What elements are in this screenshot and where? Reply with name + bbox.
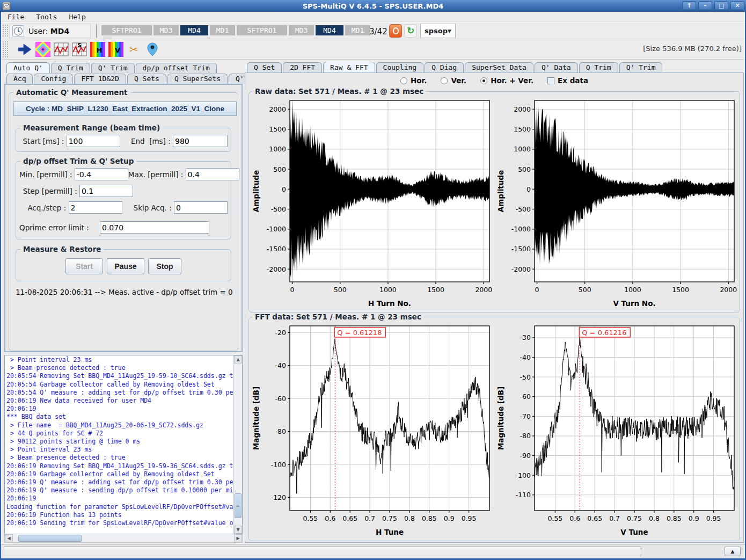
fft-h-plot[interactable]: Q = 0.612180.550.60.650.70.750.80.850.90… [250,321,495,540]
cycle-button-6-md4[interactable]: MD4 [316,25,343,35]
scroll-right-icon[interactable]: ▶ [234,534,242,542]
qprime-error-limit-input[interactable] [100,221,209,234]
console-horizontal-scrollbar[interactable]: ◀ ▶ [4,534,243,543]
auto-q-tab-content: Automatic Q' Measurement Cycle : MD_SHiP… [4,84,243,352]
tab-dp-p-offset-trim[interactable]: dp/p offset Trim [136,63,217,73]
h-spectrum-button[interactable]: H [89,41,106,57]
min-permill-input[interactable] [75,168,128,180]
restore-up-button[interactable]: ↑ [682,1,696,10]
tab-q-diag[interactable]: Q Diag [425,62,464,72]
radio-hor-[interactable]: Hor. [400,76,427,85]
tab-fft-1d-2d[interactable]: FFT 1D&2D [74,74,126,84]
tab-q-trim[interactable]: Q Trim [51,63,90,73]
svg-text:0.95: 0.95 [462,514,477,522]
skip-acq-input[interactable] [174,201,228,214]
cycle-button-3-md1[interactable]: MD1 [210,25,235,35]
tab-q-sets[interactable]: Q Sets [127,74,166,84]
chart-s-button[interactable]: S [71,41,87,57]
console-line: 20:06:19 [6,405,233,413]
view-options-row: Hor.Ver.Hor. + Ver.Ex data [246,74,742,87]
cut-button[interactable]: ✂ [126,41,142,57]
tab-auto-q-[interactable]: Auto Q' [6,62,50,73]
cycle-button-0-sftpro1[interactable]: SFTPRO1 [101,25,152,35]
scroll-left-icon[interactable]: ◀ [5,534,13,542]
console-line: 20:05:54 Removing Set BBQ_MD4_11Aug25_19… [6,372,233,380]
tab-q-supersets[interactable]: Q SuperSets [167,74,228,84]
end-ms-input[interactable] [173,135,228,147]
cycle-button-4-sftpro1[interactable]: SFTPRO1 [237,25,287,35]
cycle-button[interactable]: Cycle : MD_SHiP_L1230_East_Extraction_20… [13,101,237,116]
radio-hor-ver-[interactable]: Hor. + Ver. [480,76,533,85]
toolbar-drag-handle[interactable] [2,24,8,37]
tab-q-set[interactable]: Q Set [247,62,282,72]
record-button[interactable] [389,24,402,38]
chart-button[interactable] [53,41,69,57]
console-vertical-scrollbar[interactable]: ▲ ≡ ▼ [233,355,242,534]
menu-tools[interactable]: Tools [36,13,57,21]
v-spectrum-button[interactable]: V [107,41,124,57]
raw-h-plot[interactable]: 0500100015002000-2000-1500-1000-50005001… [250,95,495,311]
tab-q-data[interactable]: Q' Data [535,62,578,72]
log-console[interactable]: > Point interval 23 ms > Beam presence d… [4,355,243,534]
cycle-button-2-md4[interactable]: MD4 [180,25,208,35]
console-hscroll-thumb[interactable] [18,535,82,542]
svg-text:-2000: -2000 [267,265,286,273]
tab-config[interactable]: Config [34,74,73,84]
window-border-left [0,12,1,560]
raw-v-plot[interactable]: 0500100015002000-2000-1500-1000-50005001… [495,95,740,311]
tab-acq[interactable]: Acq [6,74,33,84]
stop-button[interactable]: Stop [148,258,181,274]
marker-button[interactable] [144,41,160,57]
tab-raw-fft[interactable]: Raw & FFT [323,62,375,72]
console-line: > 90112 points starting @ time 0 ms [6,438,233,446]
menu-file[interactable]: File [8,13,24,21]
svg-text:500: 500 [579,286,591,294]
svg-text:0.7: 0.7 [609,514,620,522]
fft-v-plot[interactable]: Q = 0.612160.550.60.650.70.750.80.850.90… [495,321,740,540]
max-permill-input[interactable] [186,168,239,180]
statusbar-expand-button[interactable]: ▲ [725,547,741,556]
svg-text:Q = 0.61216: Q = 0.61216 [582,329,626,337]
step-permill-input[interactable] [79,185,133,197]
titlebar: SPS-MultiQ V 6.4.5 - SPS.USER.MD4 ↑ – □ … [0,0,746,12]
fft-data-title: FFT data: Set 571 / Meas. # 1 @ 23 msec [252,312,424,321]
toolbar-drag-handle-2[interactable] [2,41,8,57]
console-line: 20:05:54 Garbage collector called by Rem… [6,381,233,389]
radio-ver-[interactable]: Ver. [441,76,466,85]
pause-button[interactable]: Pause [107,258,144,274]
menu-help[interactable]: Help [69,13,85,21]
svg-text:-110: -110 [516,491,531,499]
refresh-button[interactable]: ↻ [404,24,417,38]
tab-superset-data[interactable]: SuperSet Data [465,62,533,72]
play-arrow-button[interactable] [16,41,33,57]
tab-q-trim[interactable]: Q Trim [579,62,618,72]
clock-icon [12,25,24,37]
tab-q-trim[interactable]: Q' Trim [619,62,663,72]
tab-coupling[interactable]: Coupling [376,62,424,72]
ex-data-checkbox[interactable]: Ex data [547,76,588,85]
acq-step-input[interactable] [69,201,122,214]
minimize-button[interactable]: – [698,1,712,10]
user-value: MD4 [50,27,69,35]
checkbox-icon [547,77,554,84]
cycle-button-7-md1[interactable]: MD1 [345,25,370,35]
scroll-up-icon[interactable]: ▲ [234,355,242,363]
measure-buttons-row: StartPauseStop [19,258,228,274]
cycle-button-1-md3[interactable]: MD3 [153,25,179,35]
svg-text:1500: 1500 [672,286,689,294]
svg-text:-500: -500 [516,205,531,213]
min-permill-label: Min. [permill] : [19,170,75,179]
radio-icon [480,77,487,84]
tab-2d-fft[interactable]: 2D FFT [283,62,322,72]
maximize-button[interactable]: □ [714,1,728,10]
2d-fft-button[interactable] [34,41,51,57]
start-ms-input[interactable] [67,135,120,147]
tab-q-trim[interactable]: Q' Trim [91,63,135,73]
start-button[interactable]: Start [65,258,103,274]
cycle-button-5-md3[interactable]: MD3 [289,25,314,35]
close-button[interactable]: ✕ [730,1,744,10]
ppm-user-dropdown[interactable]: spsop ▼ [420,24,456,38]
location-pin-icon [147,42,158,56]
scroll-down-icon[interactable]: ▼ [234,526,242,534]
console-vscroll-thumb[interactable]: ≡ [235,493,242,518]
